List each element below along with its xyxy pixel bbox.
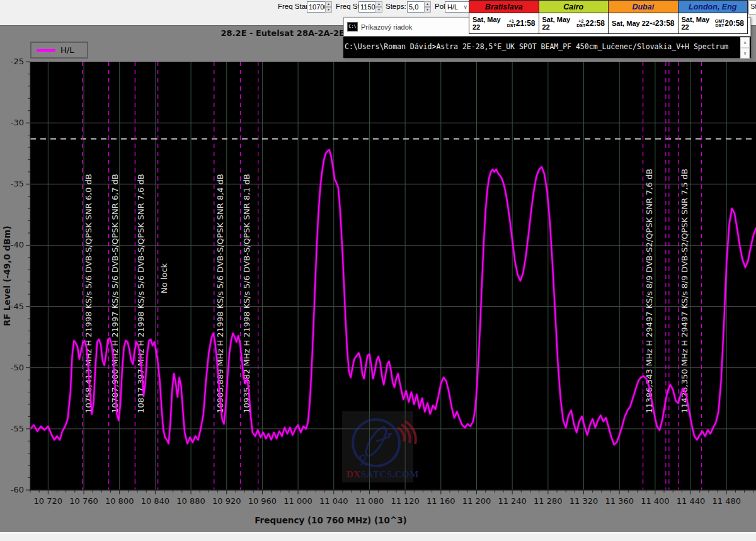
legend-line-sample: [37, 49, 55, 52]
console-command-text: C:\Users\Roman Dávid>Astra 2E-28,5°E_UK …: [345, 42, 730, 51]
x-tick-label: 10 800: [105, 496, 134, 506]
transponder-label: 11426,350 MHz H 29497 KS/s 8/9 DVB-S2/QP…: [680, 169, 689, 413]
console-title: Príkazový riadok: [361, 23, 412, 31]
clock-info: Sat, May 22+2DST22:58: [539, 13, 609, 34]
status-strip: [0, 532, 756, 541]
x-tick-label: 11 280: [534, 496, 563, 506]
partial-button[interactable]: St: [748, 0, 756, 14]
clock-date: Sat, May 22: [612, 20, 650, 27]
x-tick-label: 10 920: [212, 496, 241, 506]
spectrum-chart-window: 28.2E - Eutelsat 28A-2A-2E-2F (TB DXSATC…: [0, 25, 756, 533]
y-tick-label: -45: [11, 302, 24, 311]
clock-timezone: +4: [650, 21, 655, 26]
clock-info: Sat, May 22GMTDST20:58: [679, 13, 748, 34]
x-tick-label: 10 840: [141, 496, 170, 506]
pol-select[interactable]: H/L ∨: [445, 1, 470, 13]
clock-timezone: GMTDST: [715, 19, 725, 28]
scroll-down-icon[interactable]: ∨: [740, 48, 750, 59]
y-tick-label: -55: [11, 424, 24, 433]
clock-city-london-eng: London, Eng: [679, 0, 748, 13]
y-tick-label: -35: [11, 179, 24, 188]
dxsatcs-watermark: DXSATCS.COM: [342, 411, 419, 482]
transponder-label: 10905,889 MHz H 21998 KS/s 5/6 DVB-S/QPS…: [215, 174, 225, 413]
console-scrollbar[interactable]: ∧ ∨: [740, 37, 750, 57]
scroll-up-icon[interactable]: ∧: [740, 37, 750, 48]
x-tick-label: 11 360: [605, 496, 634, 506]
x-tick-label: 11 480: [712, 496, 741, 506]
freq-stop-spinner[interactable]: ▲▼: [375, 1, 382, 13]
clock-city-dubai: Dubai: [609, 0, 679, 13]
clock-city-cairo: Cairo: [539, 0, 609, 13]
spin-down-icon[interactable]: ▼: [375, 7, 382, 13]
clock-city-bratislava: Bratislava: [469, 0, 539, 13]
spin-up-icon[interactable]: ▲: [375, 1, 382, 7]
clock-time: 23:58: [655, 19, 675, 28]
x-tick-label: 10 960: [248, 496, 277, 506]
world-clock-panel: BratislavaCairoDubaiLondon, EngSat, May …: [469, 0, 748, 34]
transponder-label: No lock: [159, 263, 169, 293]
x-tick-label: 11 120: [391, 496, 420, 506]
clock-date: Sat, May 22: [682, 16, 715, 31]
y-axis-title: RF Level (-49,0 dBm): [2, 225, 12, 326]
x-tick-label: 10 880: [176, 496, 205, 506]
pol-value: H/L: [447, 2, 458, 12]
y-tick-label: -60: [11, 485, 24, 494]
x-tick-label: 10 760: [69, 496, 98, 506]
spin-down-icon[interactable]: ▼: [325, 7, 332, 13]
clock-info: Sat, May 22+1DST21:58: [469, 13, 539, 34]
x-tick-label: 11 240: [498, 496, 527, 506]
watermark-text: DXSATCS.COM: [346, 469, 419, 479]
clock-timezone: +1DST: [507, 19, 516, 28]
spin-up-icon[interactable]: ▲: [424, 1, 431, 7]
x-tick-label: 10 720: [34, 496, 63, 506]
x-tick-label: 11 160: [427, 496, 455, 506]
desktop: { "toolbar": { "freq_start_label": "Freq…: [0, 0, 756, 541]
clock-time: 21:58: [516, 19, 536, 28]
clock-info: Sat, May 22+423:58: [609, 13, 679, 34]
y-tick-label: -30: [11, 118, 24, 127]
cmd-icon: C:\: [347, 22, 358, 31]
clock-time: 20:58: [724, 19, 744, 28]
x-tick-label: 11 040: [319, 496, 348, 506]
x-axis-title: Frequency (10 760 MHz) (10^3): [255, 515, 407, 525]
console-body: C:\Users\Roman Dávid>Astra 2E-28,5°E_UK …: [343, 37, 751, 58]
legend: H/L: [30, 42, 88, 59]
spin-down-icon[interactable]: ▼: [424, 7, 431, 13]
x-tick-label: 11 080: [355, 496, 384, 506]
chevron-down-icon: ∨: [463, 2, 467, 12]
clock-date: Sat, May 22: [542, 16, 577, 31]
spin-up-icon[interactable]: ▲: [325, 1, 332, 7]
steps-spinner[interactable]: ▲▼: [424, 1, 431, 13]
x-tick-label: 11 440: [677, 496, 706, 506]
spectrum-plot: DXSATCS.COM10758,413 MHz H 21998 KS/s 5/…: [0, 26, 756, 533]
clock-date: Sat, May 22: [472, 16, 507, 31]
x-tick-label: 11 200: [462, 496, 491, 506]
x-tick-label: 11 000: [284, 496, 312, 506]
legend-label: H/L: [60, 45, 74, 55]
y-tick-label: -25: [11, 57, 24, 66]
steps-label: Steps:: [386, 3, 406, 10]
clock-time: 22:58: [585, 19, 605, 28]
y-tick-label: -40: [11, 240, 24, 249]
clock-timezone: +2DST: [576, 19, 585, 28]
x-tick-label: 11 320: [570, 496, 598, 506]
freq-start-spinner[interactable]: ▲▼: [325, 1, 332, 13]
x-tick-label: 11 400: [641, 496, 670, 506]
y-tick-label: -50: [11, 363, 24, 372]
